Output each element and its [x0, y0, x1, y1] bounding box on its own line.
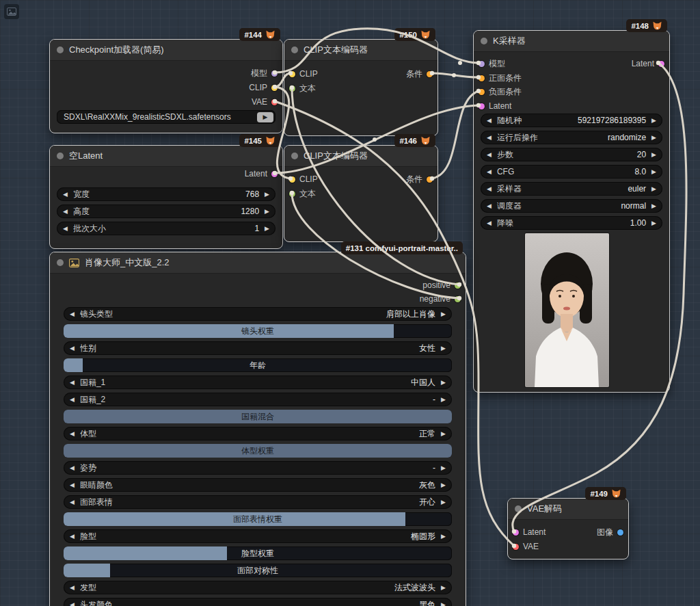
graph-canvas[interactable]: #144 Checkpoint加载器(简易) 模型 CLIP VAE SDXL\…: [0, 0, 700, 606]
decrement-arrow-icon[interactable]: ◀: [70, 499, 75, 505]
node-checkpoint-loader[interactable]: #144 Checkpoint加载器(简易) 模型 CLIP VAE SDXL\…: [49, 39, 283, 133]
collapse-dot[interactable]: [57, 153, 64, 159]
output-port-positive[interactable]: positive: [422, 280, 461, 291]
input-port-clip[interactable]: CLIP: [289, 68, 318, 79]
output-port-image[interactable]: 图像: [597, 527, 623, 538]
node-title[interactable]: 肖像大师_中文版_2.2: [50, 252, 466, 274]
increment-arrow-icon[interactable]: ▶: [441, 345, 446, 352]
widget-ckpt-name[interactable]: SDXL\RealXXMix_9realisticSDXL.safetensor…: [57, 110, 275, 124]
input-port-latent[interactable]: Latent: [513, 527, 546, 538]
node-title[interactable]: VAE解码: [508, 499, 628, 520]
increment-arrow-icon[interactable]: ▶: [441, 311, 446, 317]
increment-arrow-icon[interactable]: ▶: [441, 431, 446, 437]
slider-nationality-mix[interactable]: 国籍混合: [64, 410, 452, 423]
input-port-text[interactable]: 文本: [289, 83, 316, 94]
increment-arrow-icon[interactable]: ▶: [441, 380, 446, 386]
input-port-vae[interactable]: VAE: [513, 541, 539, 552]
increment-arrow-icon[interactable]: ▶: [651, 220, 656, 226]
decrement-arrow-icon[interactable]: ◀: [487, 118, 492, 124]
output-port-conditioning[interactable]: 条件: [406, 174, 433, 185]
increment-arrow-icon[interactable]: ▶: [441, 533, 446, 540]
widget-cfg[interactable]: ◀ CFG 8.0 ▶: [481, 165, 662, 179]
widget-hair-color[interactable]: ◀ 头发颜色 黑色 ▶: [64, 598, 452, 606]
decrement-arrow-icon[interactable]: ◀: [70, 585, 75, 591]
increment-arrow-icon[interactable]: ▶: [265, 192, 269, 198]
decrement-arrow-icon[interactable]: ◀: [487, 186, 492, 192]
node-clip-encode-positive[interactable]: #150 CLIP文本编码器 CLIP 文本 条件: [284, 39, 438, 136]
increment-arrow-icon[interactable]: ▶: [441, 465, 446, 471]
node-portrait-master[interactable]: #131 comfyui-portrait-master.. 肖像大师_中文版_…: [49, 252, 466, 606]
widget-nationality-2[interactable]: ◀ 国籍_2 - ▶: [64, 393, 452, 406]
node-vae-decode[interactable]: #149 VAE解码 Latent VAE 图像: [507, 498, 629, 559]
node-title[interactable]: 空Latent: [50, 146, 282, 167]
widget-hair-style[interactable]: ◀ 发型 法式波波头 ▶: [64, 581, 452, 594]
increment-arrow-icon[interactable]: ▶: [441, 397, 446, 403]
input-port-negative[interactable]: 负面条件: [479, 86, 522, 97]
decrement-arrow-icon[interactable]: ◀: [70, 533, 75, 540]
output-port-model[interactable]: 模型: [251, 68, 278, 79]
widget-steps[interactable]: ◀ 步数 20 ▶: [481, 148, 662, 161]
collapse-dot[interactable]: [291, 47, 298, 53]
widget-eye-color[interactable]: ◀ 眼睛颜色 灰色 ▶: [64, 478, 452, 492]
slider-facial-expression-weight[interactable]: 面部表情权重: [64, 512, 452, 526]
decrement-arrow-icon[interactable]: ◀: [487, 220, 492, 226]
node-clip-encode-negative[interactable]: #146 CLIP文本编码器 CLIP 文本 条件: [284, 145, 438, 242]
decrement-arrow-icon[interactable]: ◀: [487, 169, 492, 175]
increment-arrow-icon[interactable]: ▶: [651, 118, 656, 124]
decrement-arrow-icon[interactable]: ◀: [63, 226, 68, 232]
input-port-clip[interactable]: CLIP: [289, 174, 318, 185]
slider-body-type-weight[interactable]: 体型权重: [64, 444, 452, 458]
output-port-conditioning[interactable]: 条件: [406, 68, 433, 79]
decrement-arrow-icon[interactable]: ◀: [70, 380, 75, 386]
slider-shot-weight[interactable]: 镜头权重: [64, 324, 452, 338]
widget-control-after-generate[interactable]: ◀ 运行后操作 randomize ▶: [481, 131, 662, 144]
collapse-dot[interactable]: [57, 47, 64, 53]
output-port-negative[interactable]: negative: [420, 293, 461, 304]
input-port-text[interactable]: 文本: [289, 188, 316, 199]
increment-arrow-icon[interactable]: ▶: [265, 209, 269, 215]
widget-body-type[interactable]: ◀ 体型 正常 ▶: [64, 427, 452, 440]
decrement-arrow-icon[interactable]: ◀: [70, 345, 75, 352]
app-menu-icon[interactable]: [4, 4, 19, 19]
increment-arrow-icon[interactable]: ▶: [651, 135, 656, 141]
decrement-arrow-icon[interactable]: ◀: [70, 431, 75, 437]
decrement-arrow-icon[interactable]: ◀: [63, 192, 68, 198]
increment-arrow-icon[interactable]: ▶: [651, 186, 656, 192]
decrement-arrow-icon[interactable]: ◀: [70, 602, 75, 606]
widget-width[interactable]: ◀ 宽度 768 ▶: [57, 187, 275, 201]
slider-face-shape-weight[interactable]: 脸型权重: [64, 546, 452, 560]
output-port-latent[interactable]: Latent: [245, 168, 278, 179]
node-title[interactable]: K采样器: [474, 31, 669, 52]
widget-seed[interactable]: ◀ 随机种 592197286189395 ▶: [481, 114, 662, 127]
decrement-arrow-icon[interactable]: ◀: [487, 152, 492, 158]
input-port-model[interactable]: 模型: [479, 58, 505, 69]
node-empty-latent[interactable]: #145 空Latent Latent ◀ 宽度 768 ▶ ◀ 高度 1280…: [49, 145, 283, 249]
increment-arrow-icon[interactable]: ▶: [441, 585, 446, 591]
increment-arrow-icon[interactable]: ▶: [265, 226, 269, 232]
slider-age[interactable]: 年龄: [64, 358, 452, 372]
widget-gender[interactable]: ◀ 性别 女性 ▶: [64, 341, 452, 355]
node-title[interactable]: Checkpoint加载器(简易): [50, 40, 282, 61]
decrement-arrow-icon[interactable]: ◀: [63, 209, 68, 215]
widget-batch-size[interactable]: ◀ 批次大小 1 ▶: [57, 222, 275, 235]
decrement-arrow-icon[interactable]: ◀: [487, 135, 492, 141]
widget-pose[interactable]: ◀ 姿势 - ▶: [64, 461, 452, 475]
decrement-arrow-icon[interactable]: ◀: [70, 482, 75, 488]
node-title[interactable]: CLIP文本编码器: [284, 146, 438, 167]
widget-height[interactable]: ◀ 高度 1280 ▶: [57, 205, 275, 218]
decrement-arrow-icon[interactable]: ◀: [70, 397, 75, 403]
increment-arrow-icon[interactable]: ▶: [651, 203, 656, 209]
input-port-latent[interactable]: Latent: [479, 101, 511, 111]
node-ksampler[interactable]: #148 K采样器 模型 正面条件 负面条件 Latent Latent ◀: [473, 30, 670, 393]
collapse-dot[interactable]: [291, 153, 298, 159]
input-port-positive[interactable]: 正面条件: [479, 73, 522, 83]
widget-shot-type[interactable]: ◀ 镜头类型 肩部以上肖像 ▶: [64, 307, 452, 321]
increment-arrow-icon[interactable]: ▶: [441, 499, 446, 505]
collapse-dot[interactable]: [57, 259, 64, 266]
collapse-dot[interactable]: [515, 505, 522, 512]
decrement-arrow-icon[interactable]: ◀: [487, 203, 492, 209]
widget-sampler-name[interactable]: ◀ 采样器 euler ▶: [481, 182, 662, 196]
output-port-vae[interactable]: VAE: [252, 96, 278, 107]
slider-facial-symmetry[interactable]: 面部对称性: [64, 564, 452, 577]
widget-face-shape[interactable]: ◀ 脸型 椭圆形 ▶: [64, 529, 452, 543]
